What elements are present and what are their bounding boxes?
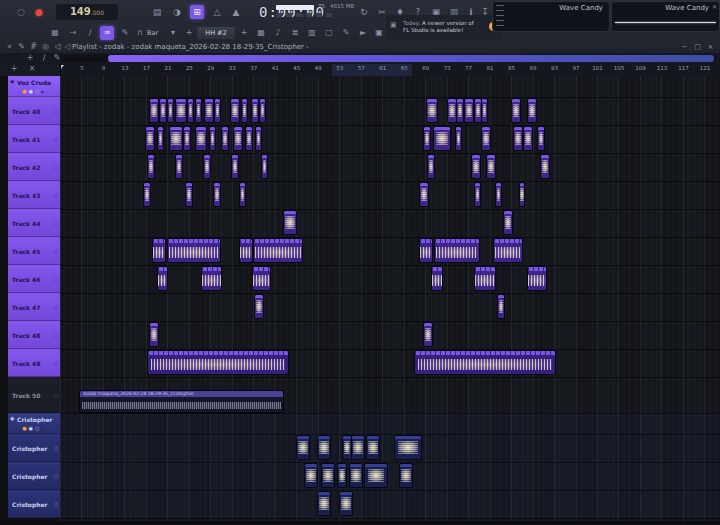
record-button[interactable]: ● — [32, 5, 46, 19]
chevron-down-icon[interactable]: ▾ — [166, 26, 180, 40]
audio-clip[interactable] — [160, 99, 166, 122]
countdown-button[interactable]: ⊞ — [190, 5, 204, 19]
audio-clip[interactable] — [435, 239, 479, 262]
playlist-lane[interactable] — [60, 490, 720, 519]
audio-clip[interactable] — [305, 464, 317, 487]
audio-clip[interactable] — [514, 127, 522, 150]
track-mute-button[interactable]: ○ — [54, 192, 58, 198]
pattern-add-icon[interactable]: + — [237, 26, 251, 40]
track-mute-button[interactable]: ○ — [54, 164, 58, 170]
track-header[interactable]: Cristopher○ — [8, 462, 60, 490]
audio-clip[interactable] — [457, 99, 463, 122]
audio-clip[interactable] — [170, 127, 182, 150]
audio-clip[interactable] — [168, 99, 173, 122]
precount-button[interactable]: ▲ — [229, 5, 243, 19]
detach-icon[interactable]: « — [4, 40, 15, 54]
playlist-lane[interactable] — [60, 209, 720, 238]
track-header[interactable]: Track 43○ — [8, 181, 60, 209]
audio-clip[interactable] — [541, 155, 549, 178]
playlist-lane[interactable] — [60, 293, 720, 322]
audio-clip[interactable] — [524, 127, 532, 150]
audio-clip[interactable] — [234, 127, 242, 150]
audio-clip[interactable] — [146, 127, 154, 150]
audio-clip[interactable] — [255, 295, 263, 318]
delete-icon[interactable]: × — [26, 62, 38, 76]
audio-clip[interactable] — [456, 127, 461, 150]
pattern-selector[interactable]: HH #2 — [197, 27, 235, 39]
audio-clip[interactable] — [240, 239, 252, 262]
audio-clip[interactable] — [240, 183, 245, 206]
panel-icon[interactable]: ▣ — [372, 26, 386, 40]
audio-clip[interactable] — [415, 351, 555, 374]
track-mute-button[interactable]: ○ — [54, 220, 58, 226]
audio-clip[interactable] — [434, 127, 450, 150]
grid-icon[interactable]: ▦ — [48, 26, 62, 40]
playlist-lane[interactable] — [60, 181, 720, 210]
minimize-button[interactable]: − — [679, 42, 690, 53]
track-header[interactable]: Track 45○ — [8, 237, 60, 265]
audio-clip[interactable]: zodak maqueta_2026-02-28 18-29-35_Cristo… — [80, 391, 283, 412]
audio-clip[interactable] — [322, 464, 334, 487]
audio-clip[interactable] — [338, 464, 346, 487]
playlist-lane[interactable] — [60, 434, 720, 463]
audio-clip[interactable] — [196, 127, 206, 150]
audio-clip[interactable] — [498, 295, 504, 318]
track-header[interactable]: Track 50○ — [8, 377, 60, 413]
audio-clip[interactable] — [350, 464, 362, 487]
track-header[interactable]: Track 44○ — [8, 209, 60, 237]
audio-clip[interactable] — [528, 99, 536, 122]
audio-clip[interactable] — [260, 99, 265, 122]
wave-candy-meter-window[interactable]: Wave Candy — [492, 1, 610, 32]
chart-editor-icon[interactable]: ▦ — [254, 26, 268, 40]
audio-clip[interactable] — [188, 99, 193, 122]
audio-clip[interactable] — [512, 99, 520, 122]
audio-clip[interactable] — [420, 183, 428, 206]
audio-clip[interactable] — [222, 127, 228, 150]
audio-clip[interactable] — [204, 155, 210, 178]
audio-clip[interactable] — [150, 323, 158, 346]
track-mute-button[interactable]: ○ — [54, 276, 58, 282]
link-button[interactable]: ∞ — [100, 26, 114, 40]
audio-clip[interactable] — [210, 127, 215, 150]
audio-clip[interactable] — [395, 436, 421, 459]
tempo-display[interactable]: 149.000 — [56, 4, 118, 20]
group-controls[interactable]: ●◉○▴ — [8, 87, 60, 95]
group-controls[interactable]: ●◉○▴ — [8, 424, 60, 432]
audio-clip[interactable] — [186, 183, 192, 206]
audio-clip[interactable] — [428, 155, 434, 178]
audio-clip[interactable] — [318, 436, 330, 459]
track-mute-button[interactable]: ○ — [54, 332, 58, 338]
track-group-header[interactable]: Voz Cruda◉●◉○▴ — [8, 76, 60, 97]
playlist-lane[interactable] — [60, 321, 720, 350]
playlist-lane[interactable] — [60, 462, 720, 491]
track-header[interactable]: Track 42○ — [8, 153, 60, 181]
track-mute-button[interactable]: ○ — [54, 445, 58, 451]
audio-clip[interactable] — [496, 183, 501, 206]
audio-clip[interactable] — [504, 211, 512, 234]
piano-roll-icon[interactable]: ♪ — [271, 26, 285, 40]
audio-clip[interactable] — [205, 99, 213, 122]
track-group-header[interactable]: Cristopher◉●◉○▴ — [8, 413, 60, 434]
slide-icon[interactable]: ∕ — [83, 26, 97, 40]
audio-clip[interactable] — [420, 239, 432, 262]
audio-clip[interactable] — [176, 99, 186, 122]
audio-clip[interactable] — [472, 155, 480, 178]
track-mute-button[interactable]: ○ — [54, 304, 58, 310]
audio-clip[interactable] — [528, 267, 546, 290]
audio-clip[interactable] — [253, 267, 270, 290]
audio-clip[interactable] — [254, 239, 302, 262]
audio-clip[interactable] — [424, 323, 432, 346]
audio-clip[interactable] — [352, 436, 364, 459]
audio-clip[interactable] — [448, 99, 456, 122]
collapse-icon[interactable]: ▴ — [41, 88, 46, 94]
plus-icon[interactable]: + — [182, 26, 196, 40]
track-header[interactable]: Track 47○ — [8, 293, 60, 321]
audio-clip[interactable] — [538, 127, 544, 150]
audio-clip[interactable] — [196, 99, 201, 122]
playlist-lane[interactable] — [60, 76, 720, 98]
audio-clip[interactable] — [482, 127, 490, 150]
step-arrow-icon[interactable]: → — [66, 26, 80, 40]
audio-clip[interactable] — [153, 239, 165, 262]
audio-clip[interactable] — [432, 267, 442, 290]
playlist-lane[interactable] — [60, 153, 720, 182]
